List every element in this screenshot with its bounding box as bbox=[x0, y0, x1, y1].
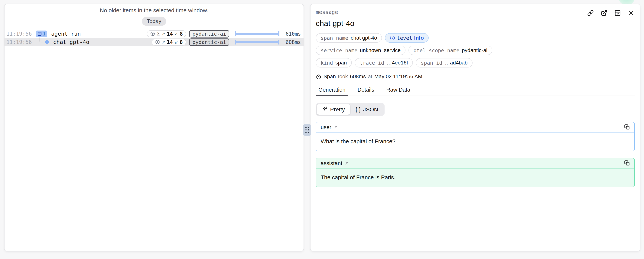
span-detail-panel: message chat gpt-4o span_name bbox=[310, 4, 640, 252]
copy-link-button[interactable] bbox=[587, 10, 594, 17]
close-icon bbox=[628, 10, 634, 17]
tag-level: level Info bbox=[385, 33, 429, 42]
tag-trace-id: trace_id …4ee16f bbox=[355, 58, 413, 68]
tokens-out-arrow-icon: ↙ bbox=[174, 32, 178, 36]
sparkle-icon bbox=[322, 106, 328, 113]
detail-panel-actions bbox=[587, 10, 634, 17]
link-icon bbox=[587, 10, 594, 17]
sigma-total-icon: Σ bbox=[157, 31, 160, 36]
view-mode-pretty[interactable]: Pretty bbox=[317, 104, 350, 114]
scope-badge: pydantic-ai bbox=[189, 38, 229, 46]
span-title: chat gpt-4o bbox=[316, 19, 635, 28]
stopwatch-icon bbox=[316, 74, 322, 79]
tokens-in-arrow-icon: ↗ bbox=[162, 32, 165, 36]
pretty-label: Pretty bbox=[330, 106, 345, 113]
row-meta: ↗ 14 ↙ 8 pydantic-ai 608ms bbox=[152, 38, 301, 46]
view-mode-json[interactable]: { } JSON bbox=[350, 104, 383, 114]
close-panel-button[interactable] bbox=[628, 10, 634, 17]
json-label: JSON bbox=[363, 106, 378, 113]
external-link-icon bbox=[601, 10, 607, 17]
tokens-out-count: 8 bbox=[180, 31, 183, 37]
copy-message-button[interactable] bbox=[624, 160, 630, 166]
message-header: assistant bbox=[316, 158, 634, 169]
tag-kind: kind span bbox=[316, 58, 352, 68]
open-in-new-button[interactable] bbox=[601, 10, 607, 17]
tokens-in-arrow-icon: ↗ bbox=[162, 40, 165, 44]
timing-at-word: at bbox=[368, 74, 372, 80]
tree-connector bbox=[39, 38, 43, 42]
message-list: user What is the capital of France? assi… bbox=[316, 122, 635, 187]
tag-span-id: span_id …ad4bab bbox=[416, 58, 472, 68]
trace-row-agent-run[interactable]: 11:19:56 1 agent run Σ ↗ 14 ↙ 8 bbox=[4, 30, 304, 38]
dock-bottom-icon bbox=[614, 10, 621, 17]
span-timing: Span took 608ms at May 02 11:19:56 AM bbox=[316, 74, 635, 80]
arrow-up-right-icon[interactable] bbox=[334, 125, 338, 130]
child-count: 1 bbox=[42, 31, 46, 36]
token-coin-icon bbox=[155, 40, 160, 44]
message-header: user bbox=[316, 122, 634, 133]
tab-raw-data[interactable]: Raw Data bbox=[384, 85, 413, 96]
date-chip-today[interactable]: Today bbox=[142, 16, 166, 26]
row-timestamp: 11:19:56 bbox=[6, 31, 31, 37]
collapse-toggle[interactable]: 1 bbox=[36, 30, 47, 37]
timing-duration: 608ms bbox=[350, 74, 366, 80]
tokens-in-count: 14 bbox=[167, 31, 173, 37]
message-text: What is the capital of France? bbox=[316, 133, 634, 151]
scope-badge: pydantic-ai bbox=[189, 30, 229, 38]
minus-square-icon bbox=[37, 32, 42, 36]
braces-icon: { } bbox=[355, 106, 360, 113]
trace-rows: 11:19:56 1 agent run Σ ↗ 14 ↙ 8 bbox=[4, 30, 304, 46]
tab-generation[interactable]: Generation bbox=[316, 85, 348, 96]
span-diamond-icon bbox=[44, 40, 50, 45]
tokens-in-count: 14 bbox=[167, 39, 173, 45]
copy-message-button[interactable] bbox=[624, 124, 630, 130]
date-chip-row: Today bbox=[4, 16, 304, 26]
row-meta: Σ ↗ 14 ↙ 8 pydantic-ai 610ms bbox=[147, 30, 301, 38]
tab-details[interactable]: Details bbox=[355, 85, 377, 96]
view-mode-toggle: Pretty { } JSON bbox=[316, 103, 384, 116]
duration-bar bbox=[235, 31, 280, 36]
message-text: The capital of France is Paris. bbox=[316, 169, 634, 187]
timing-span-word: Span bbox=[324, 74, 336, 80]
dock-panel-button[interactable] bbox=[614, 10, 621, 17]
empty-notice: No older items in the selected time wind… bbox=[4, 7, 304, 14]
message-role: user bbox=[321, 124, 331, 130]
duration-value: 610ms bbox=[281, 31, 301, 37]
span-attribute-tags: span_name chat gpt-4o level Info service… bbox=[316, 33, 635, 68]
copy-icon bbox=[624, 124, 630, 130]
duration-value: 608ms bbox=[281, 39, 301, 45]
copy-icon bbox=[624, 160, 630, 166]
tokens-out-arrow-icon: ↙ bbox=[174, 40, 178, 44]
message-role: assistant bbox=[321, 160, 342, 166]
message-assistant: assistant The capital of France is Paris… bbox=[316, 158, 635, 187]
span-kind-label: message bbox=[316, 9, 635, 15]
trace-row-chat-gpt-4o[interactable]: 11:19:56 chat gpt-4o ↗ 14 ↙ 8 pydantic-a… bbox=[4, 38, 304, 46]
span-name: agent run bbox=[51, 30, 81, 37]
timing-datetime: May 02 11:19:56 AM bbox=[374, 74, 422, 80]
trace-list-panel: No older items in the selected time wind… bbox=[4, 4, 304, 252]
detail-tabs: Generation Details Raw Data bbox=[316, 85, 635, 96]
span-name: chat gpt-4o bbox=[53, 39, 89, 45]
panel-resize-handle[interactable] bbox=[303, 124, 311, 136]
token-coin-icon bbox=[150, 31, 155, 36]
message-user: user What is the capital of France? bbox=[316, 122, 635, 151]
tag-service-name: service_name unknown_service bbox=[316, 46, 406, 55]
tag-otel-scope-name: otel_scope_name pydantic-ai bbox=[408, 46, 492, 55]
arrow-up-right-icon[interactable] bbox=[345, 161, 349, 166]
tokens-pill: Σ ↗ 14 ↙ 8 bbox=[147, 30, 186, 37]
info-icon bbox=[390, 36, 395, 40]
tag-span-name: span_name chat gpt-4o bbox=[316, 33, 382, 42]
duration-bar bbox=[235, 40, 280, 45]
tokens-pill: ↗ 14 ↙ 8 bbox=[152, 39, 186, 46]
timing-took-word: took bbox=[338, 74, 348, 80]
tokens-out-count: 8 bbox=[180, 39, 183, 45]
row-timestamp: 11:19:56 bbox=[6, 39, 31, 45]
